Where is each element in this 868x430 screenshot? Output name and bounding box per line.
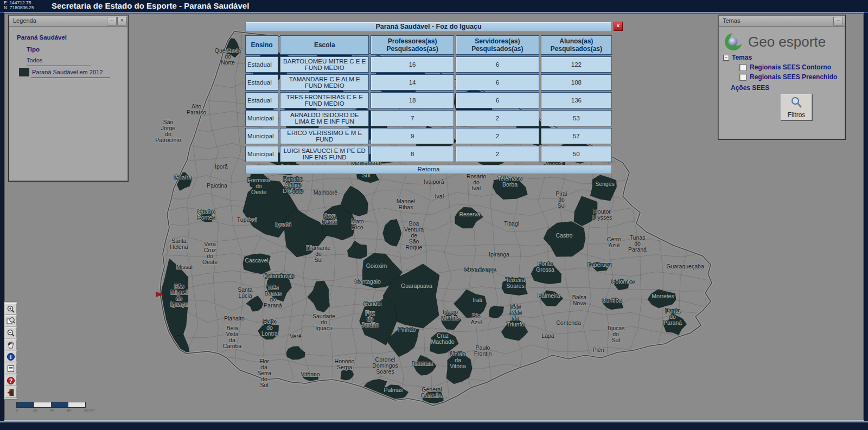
legend-color-swatch <box>19 68 29 76</box>
cell-ensino: Estadual <box>245 74 278 91</box>
cell-ensino: Municipal <box>245 146 278 162</box>
filtros-label: Filtros <box>781 111 812 119</box>
cell-value: 50 <box>541 146 612 162</box>
map-label: Palotina <box>207 182 227 189</box>
logo-text: Geo esporte <box>748 34 826 50</box>
map-label: QuatroPontes <box>197 208 215 221</box>
column-header: Servidores(as) Pesquisados(as) <box>456 35 539 55</box>
map-label: HonórioSerpa <box>335 358 355 370</box>
cell-value: 18 <box>371 92 454 108</box>
tree-item-acoes-sees[interactable]: Ações SEES <box>731 84 845 92</box>
cell-value: 6 <box>456 74 539 91</box>
map-label: Candói <box>363 300 381 307</box>
svg-text:?: ? <box>9 378 12 384</box>
collapse-icon[interactable]: − <box>723 55 729 61</box>
map-label: GeneralCarneiro <box>421 386 443 399</box>
cell-value: 9 <box>371 128 454 144</box>
table-row: MunicipalLUIGI SALVUCCI E M PE ED INF EN… <box>245 146 612 162</box>
column-header: Alunos(as) Pesquisados(as) <box>541 35 612 55</box>
layer-checkbox[interactable] <box>739 64 746 71</box>
map-label: Iporã <box>215 163 228 170</box>
cell-value: 7 <box>371 110 454 126</box>
map-label: Catanduvas <box>264 273 294 279</box>
scale-tick: 60 <box>67 408 72 412</box>
map-label: Missal <box>176 264 193 270</box>
themes-titlebar[interactable]: Temas – <box>719 16 845 27</box>
map-label: SantaHelena <box>170 238 188 250</box>
map-label: Palmeira <box>538 292 560 299</box>
map-label: Ivaiporã <box>424 178 444 185</box>
table-row: EstadualTRES FRONTEIRAS C E E FUND MEDIO… <box>245 92 612 108</box>
geo-esporte-logo: Geo esporte <box>723 31 843 53</box>
layer-item: Regionais SEES Preenchido <box>739 73 845 81</box>
map-label: FlordaSerradoSul <box>257 358 271 388</box>
pan-hand-icon[interactable] <box>5 339 17 350</box>
cell-ensino: Municipal <box>245 128 278 144</box>
scale-segments <box>16 402 86 408</box>
exit-icon[interactable] <box>5 387 17 398</box>
themes-title: Temas <box>723 17 740 24</box>
cell-value: 2 <box>456 110 539 126</box>
legend-field-label: Tipo <box>27 46 127 53</box>
map-toolbar: i? <box>4 301 18 400</box>
map-label: Cascavel <box>245 257 268 264</box>
svg-text:i: i <box>10 354 12 360</box>
help-icon[interactable]: ? <box>5 375 17 386</box>
map-label: SãoJorgedoPatrocínio <box>155 119 181 143</box>
map-label: Piên <box>592 346 604 353</box>
legend-group-label: Paraná Saudável <box>17 34 127 41</box>
globe-logo-icon <box>723 31 745 53</box>
map-label: Vitorino <box>301 371 320 377</box>
map-label: Palmas <box>384 387 403 393</box>
map-label: MatoRico <box>351 218 364 230</box>
legend-item-label: Paraná Saudável em 2012 <box>32 69 103 75</box>
map-label: Morretes <box>652 293 674 299</box>
cell-escola: TAMANDARE C E ALM E FUND MEDIO <box>280 74 369 91</box>
zoom-window-icon[interactable] <box>5 315 17 326</box>
map-label: Verê <box>290 333 302 339</box>
cell-value: 2 <box>456 128 539 144</box>
zoom-out-icon[interactable] <box>5 327 17 338</box>
layer-checkbox[interactable] <box>739 74 746 81</box>
legend-titlebar[interactable]: Legenda – × <box>9 16 127 27</box>
map-label: TijucasdoSul <box>607 325 625 343</box>
cell-value: 16 <box>371 56 454 73</box>
map-label: Goioxim <box>366 262 387 269</box>
map-label: Ivaí <box>435 193 444 200</box>
coordinate-n: N: 7180806.25 <box>4 5 34 10</box>
cell-value: 57 <box>541 128 612 144</box>
close-icon[interactable]: × <box>614 22 623 31</box>
map-label: InácioMartins <box>441 309 459 321</box>
zoom-in-icon[interactable] <box>5 303 17 315</box>
map-label: Bituruna <box>411 360 432 367</box>
map-label: AltoParaíso <box>187 103 206 115</box>
cell-escola: LUIGI SALVUCCI E M PE ED INF ENS FUND <box>280 146 369 162</box>
minimize-icon[interactable]: – <box>833 17 843 25</box>
map-label: BelaVistadaCaroba <box>223 325 242 349</box>
map-label: Guaíra <box>174 174 192 181</box>
map-label: PiraídoSul <box>556 190 567 209</box>
cell-ensino: Estadual <box>245 92 278 108</box>
layer-label[interactable]: Regionais SEES Preenchido <box>750 73 837 81</box>
tree-root-label: Temas <box>732 54 752 61</box>
retorna-button[interactable]: Retorna <box>245 165 612 174</box>
map-label: BoaVenturadeSãoRoque <box>404 220 424 251</box>
map-label: Guarapuava <box>401 283 432 289</box>
close-icon[interactable]: × <box>117 17 127 25</box>
column-header: Ensino <box>245 35 278 55</box>
minimize-icon[interactable]: – <box>107 17 117 25</box>
cell-ensino: Estadual <box>245 56 278 73</box>
filtros-button[interactable]: Filtros <box>781 94 812 120</box>
map-label: TunasdoParaná <box>628 234 647 253</box>
cell-ensino: Municipal <box>245 110 278 126</box>
map-label: TeixeiraSoares <box>506 277 525 289</box>
map-label: SantaLúcia <box>238 286 253 299</box>
cell-escola: BARTOLOMEU MITRE C E E FUND MEDIO <box>280 56 369 73</box>
layer-label[interactable]: Regionais SEES Contorno <box>750 63 831 71</box>
legend-list-icon[interactable] <box>5 363 17 374</box>
map-label: SaudadedoIguaçu <box>312 313 335 331</box>
info-icon[interactable]: i <box>5 351 17 362</box>
map-label: CoronelDomingosSoares <box>372 356 398 375</box>
legend-divider <box>27 66 91 66</box>
tree-root-temas[interactable]: − Temas <box>723 54 845 61</box>
